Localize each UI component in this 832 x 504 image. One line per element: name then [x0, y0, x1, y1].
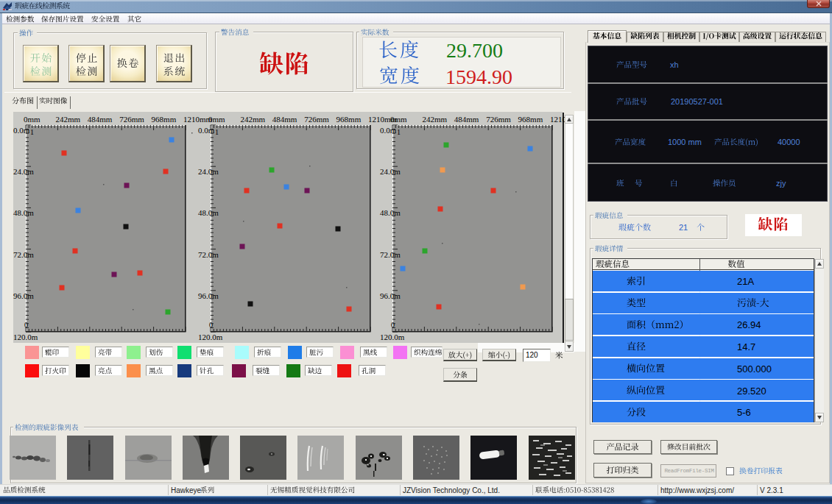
svg-text:1: 1 — [215, 128, 219, 136]
svg-text:484mm: 484mm — [272, 115, 297, 124]
svg-text:0mm: 0mm — [24, 115, 40, 124]
svg-text:726mm: 726mm — [119, 115, 144, 124]
svg-text:242mm: 242mm — [422, 115, 447, 124]
svg-text:0mm: 0mm — [208, 115, 225, 124]
svg-text:48.0m: 48.0m — [198, 208, 219, 217]
svg-text:0mm: 0mm — [390, 115, 407, 124]
svg-text:968mm: 968mm — [336, 115, 362, 124]
svg-text:484mm: 484mm — [88, 115, 113, 124]
svg-text:96.0m: 96.0m — [380, 291, 401, 300]
svg-text:726mm: 726mm — [304, 115, 329, 124]
svg-text:96.0m: 96.0m — [13, 291, 34, 300]
svg-text:484mm: 484mm — [454, 115, 479, 124]
svg-text:242mm: 242mm — [55, 115, 80, 124]
svg-text:968mm: 968mm — [152, 115, 177, 124]
svg-text:242mm: 242mm — [240, 115, 265, 124]
svg-text:72.0m: 72.0m — [198, 250, 219, 259]
svg-text:726mm: 726mm — [486, 115, 511, 124]
svg-text:96.0m: 96.0m — [198, 291, 219, 300]
svg-text:1: 1 — [397, 128, 401, 136]
svg-text:72.0m: 72.0m — [13, 250, 34, 259]
svg-text:120.0m: 120.0m — [380, 333, 405, 341]
svg-text:120.0m: 120.0m — [198, 333, 223, 341]
svg-text:72.0m: 72.0m — [380, 250, 401, 259]
svg-text:48.0m: 48.0m — [380, 208, 401, 217]
svg-text:24.0m: 24.0m — [380, 167, 401, 176]
svg-text:968mm: 968mm — [518, 115, 543, 124]
svg-text:1: 1 — [30, 128, 34, 136]
svg-text:24.0m: 24.0m — [13, 167, 34, 176]
svg-text:120.0m: 120.0m — [13, 333, 38, 341]
svg-text:48.0m: 48.0m — [13, 208, 34, 217]
svg-text:24.0m: 24.0m — [198, 167, 219, 176]
